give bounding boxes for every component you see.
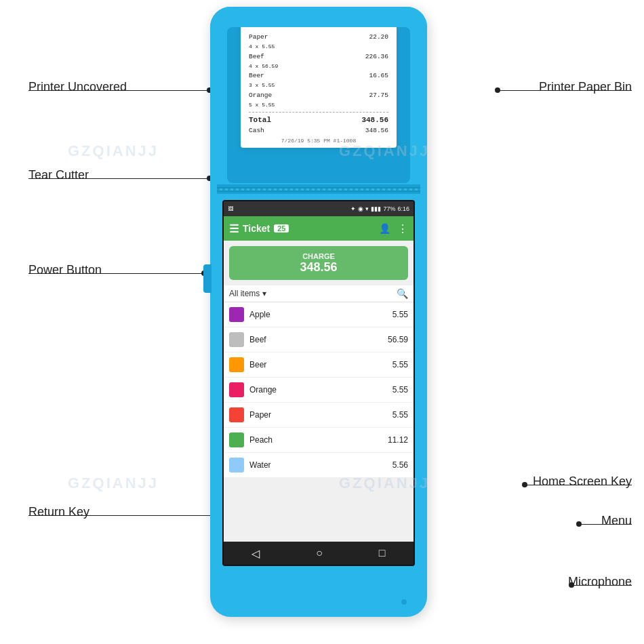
item-color-swatch (229, 458, 244, 472)
receipt-item-beef-name: Beef4 x 56.59 (249, 52, 278, 72)
watermark-3: GZQIANJJ (68, 475, 159, 492)
item-color-swatch (229, 307, 244, 322)
item-name: Apple (249, 310, 387, 319)
item-list: Apple 5.55 Beef 56.59 Beer 5.55 Orange 5… (224, 302, 414, 478)
receipt-cash-label: Cash (249, 126, 264, 136)
status-right-icons: ✦ ◉ ▾ ▮▮▮ 77% 6:16 (350, 205, 409, 212)
label-menu: Menu (601, 514, 632, 528)
bluetooth-icon: ✦ (350, 205, 356, 212)
item-row[interactable]: Water 5.56 (224, 453, 414, 478)
dot-menu (576, 521, 582, 527)
microphone-dot (401, 599, 407, 605)
ticket-badge: 25 (274, 224, 289, 233)
label-printer-paper-bin: Printer Paper Bin (539, 80, 632, 94)
receipt-divider (249, 112, 388, 113)
receipt-total-row: Total 348.56 (249, 115, 388, 126)
label-return-key: Return Key (28, 505, 89, 519)
app-title: Ticket (243, 223, 270, 234)
hamburger-icon[interactable]: ☰ (229, 222, 239, 235)
battery-label: 77% (383, 205, 395, 212)
label-microphone: Microphone (568, 575, 632, 589)
tear-cutter-bar (217, 187, 420, 192)
label-tear-cutter: Tear Cutter (28, 168, 89, 182)
item-row[interactable]: Apple 5.55 (224, 302, 414, 327)
item-row[interactable]: Peach 11.12 (224, 428, 414, 453)
filter-label: All items (229, 289, 260, 298)
line-printer-uncovered (28, 90, 210, 91)
app-bar: ☰ Ticket 25 👤 ⋮ (224, 216, 414, 241)
line-tear-cutter (28, 178, 210, 179)
line-home-screen-key (523, 485, 632, 485)
receipt-row-orange: Orange5 x 5.55 27.75 (249, 91, 388, 110)
recents-button[interactable]: □ (379, 547, 386, 559)
receipt-item-beer-name: Beer3 x 5.55 (249, 71, 275, 91)
receipt-row-paper: Paper4 x 5.55 22.20 (249, 33, 388, 52)
more-options-icon[interactable]: ⋮ (397, 222, 408, 235)
charge-amount: 348.56 (300, 260, 337, 275)
watermark-1: GZQIANJJ (68, 142, 159, 160)
receipt-cash-row: Cash 348.56 (249, 126, 388, 136)
item-color-swatch (229, 382, 244, 397)
receipt-item-orange-price: 27.75 (369, 91, 388, 110)
label-printer-uncovered: Printer Uncovered (28, 80, 127, 94)
status-bar: 🖼 ✦ ◉ ▾ ▮▮▮ 77% 6:16 (224, 201, 414, 216)
line-printer-paper-bin (496, 90, 632, 91)
item-price: 11.12 (388, 435, 408, 445)
item-color-swatch (229, 357, 244, 372)
dropdown-icon: ▾ (262, 289, 266, 298)
item-row[interactable]: Paper 5.55 (224, 403, 414, 428)
label-home-screen-key: Home Screen Key (533, 475, 632, 489)
receipt-paper: Paper4 x 5.55 22.20 Beef4 x 56.59 226.36… (241, 27, 397, 148)
screen-nav-bar: ◁ ○ □ (224, 542, 414, 565)
search-icon[interactable]: 🔍 (397, 288, 408, 299)
nfc-icon: ◉ (358, 205, 363, 212)
line-power-button (28, 273, 205, 274)
app-bar-icons: 👤 ⋮ (379, 222, 408, 235)
item-row[interactable]: Beef 56.59 (224, 327, 414, 353)
printer-section: Paper4 x 5.55 22.20 Beef4 x 56.59 226.36… (210, 7, 427, 203)
line-microphone (571, 585, 632, 586)
receipt-cash-value: 348.56 (365, 126, 388, 136)
line-menu (578, 524, 632, 525)
charge-label: CHARGE (302, 252, 335, 260)
receipt-item-beer-price: 16.65 (369, 71, 388, 91)
receipt-item-orange-name: Orange5 x 5.55 (249, 91, 275, 110)
item-name: Orange (249, 385, 387, 395)
screen-inner: 🖼 ✦ ◉ ▾ ▮▮▮ 77% 6:16 ☰ Ticket 25 (224, 201, 414, 565)
line-return-key (28, 515, 232, 516)
dot-printer-paper-bin (495, 87, 500, 93)
receipt-item-paper-price: 22.20 (369, 33, 388, 52)
item-row[interactable]: Beer 5.55 (224, 353, 414, 378)
receipt-item-beef-price: 226.36 (365, 52, 388, 72)
item-price: 56.59 (388, 335, 408, 344)
item-color-swatch (229, 332, 244, 347)
item-name: Paper (249, 410, 387, 420)
add-person-icon[interactable]: 👤 (379, 223, 390, 234)
signal-icon: ▮▮▮ (371, 205, 381, 212)
filter-select[interactable]: All items ▾ (229, 289, 397, 298)
item-row[interactable]: Orange 5.55 (224, 378, 414, 403)
dot-microphone (569, 582, 574, 588)
receipt-row-beef: Beef4 x 56.59 226.36 (249, 52, 388, 72)
tear-cutter (217, 184, 420, 194)
home-button[interactable]: ○ (316, 547, 323, 559)
power-button[interactable] (203, 264, 212, 293)
item-name: Beer (249, 360, 387, 369)
app-bar-title: ☰ Ticket 25 (229, 222, 375, 235)
item-price: 5.55 (393, 410, 408, 420)
filter-row[interactable]: All items ▾ 🔍 (224, 285, 414, 302)
charge-button[interactable]: CHARGE 348.56 (229, 246, 408, 280)
device: Paper4 x 5.55 22.20 Beef4 x 56.59 226.36… (210, 7, 427, 617)
dot-home-screen-key (522, 482, 527, 487)
item-price: 5.55 (393, 385, 408, 395)
back-button[interactable]: ◁ (251, 547, 260, 560)
time-label: 6:16 (397, 205, 409, 212)
item-price: 5.55 (393, 310, 408, 319)
item-price: 5.56 (393, 460, 408, 470)
status-left-icons: 🖼 (228, 206, 233, 212)
item-color-swatch (229, 407, 244, 422)
receipt-row-beer: Beer3 x 5.55 16.65 (249, 71, 388, 91)
receipt-total-label: Total (249, 115, 271, 126)
receipt-item-paper-name: Paper4 x 5.55 (249, 33, 275, 52)
receipt-footer: 7/26/19 5:35 PM #1-1008 (249, 137, 388, 145)
